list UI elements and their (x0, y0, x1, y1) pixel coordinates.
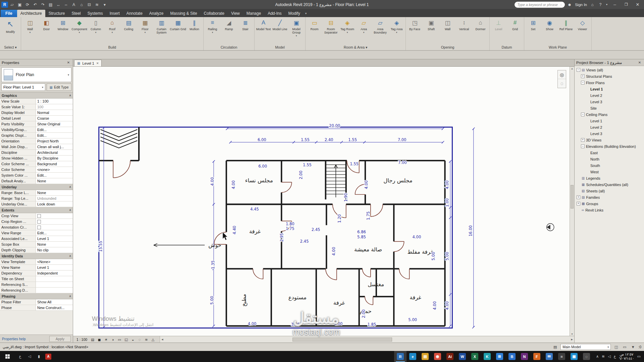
prop-value[interactable]: Independent (36, 270, 73, 276)
view-tab-level-1[interactable]: ▦ Level 1 ✕ (74, 60, 102, 66)
tab-massing-site[interactable]: Massing & Site (167, 10, 201, 17)
network-icon[interactable]: ≋ (602, 354, 605, 359)
search-icon[interactable]: ◌ (560, 3, 562, 7)
view-selector-arrow-icon[interactable]: ▾ (42, 86, 43, 89)
tab-structure[interactable]: Structure (45, 10, 68, 17)
aligned-dimension-icon[interactable]: ⇔ (62, 1, 70, 8)
prop-value[interactable]: Show All (36, 299, 73, 305)
prop-value[interactable]: Edit... (36, 173, 73, 178)
tab-view[interactable]: View (228, 10, 243, 17)
design-options-arrow-icon[interactable]: ▾ (607, 346, 609, 349)
worksets-icon[interactable]: ▤ (552, 345, 558, 349)
language-indicator-icon[interactable]: ع (614, 354, 616, 359)
expand-icon[interactable]: + (581, 138, 585, 142)
taskbar-app-edge[interactable]: e (407, 351, 419, 362)
tool-stair[interactable]: ≣Stair (237, 18, 254, 45)
checkbox[interactable] (37, 214, 41, 218)
tree-item-level-1[interactable]: Level 1 (575, 118, 644, 124)
collapse-icon[interactable]: − (577, 68, 580, 72)
tool-area[interactable]: ▱Area▾ (356, 18, 372, 45)
panel-label-work-plane[interactable]: Work Plane (524, 45, 591, 50)
tool-grid[interactable]: #Grid (507, 18, 523, 45)
checkbox[interactable] (37, 226, 41, 229)
panel-label-select[interactable]: Select ▾ (0, 45, 21, 50)
prop-value[interactable]: Unbounded (36, 196, 73, 201)
prop-value[interactable]: Level 1 (36, 265, 73, 270)
help-icon[interactable]: ? (597, 1, 604, 8)
taskbar-app-firefox[interactable]: F (531, 351, 543, 362)
prop-value[interactable] (36, 225, 73, 230)
tool-area-boundary[interactable]: ▱Area Boundary (372, 18, 388, 45)
tool-window[interactable]: ⊞Window (55, 18, 71, 45)
prop-value[interactable] (36, 288, 73, 293)
zoom-icon[interactable]: ◌ (558, 79, 566, 88)
tree-item-legends[interactable]: ▥Legends (575, 175, 644, 181)
prop-group-underlay[interactable]: Underlay∧ (0, 184, 73, 190)
prop-value[interactable]: Level 1 (36, 236, 73, 241)
tray-expand-icon[interactable]: ∧ (596, 354, 599, 359)
tab-manage[interactable]: Manage (243, 10, 264, 17)
tool-wall[interactable]: ◫Wall (439, 18, 456, 45)
tab-add-ins[interactable]: Add-Ins (264, 10, 285, 17)
prop-value[interactable]: Edit... (36, 133, 73, 138)
prop-value[interactable]: None (36, 242, 73, 247)
taskbar-app-calculator[interactable]: = (555, 351, 568, 362)
vertical-scrollbar[interactable]: ▲ ▼ (570, 67, 574, 336)
tab-annotate[interactable]: Annotate (123, 10, 146, 17)
close-button[interactable]: ✕ (633, 0, 643, 9)
scale-button[interactable]: 1 : 100 (75, 338, 89, 342)
prop-value[interactable]: New Construct... (36, 305, 73, 310)
taskbar-app-excel[interactable]: X (469, 351, 481, 362)
tree-item-views-all[interactable]: −▤Views (all) (575, 67, 644, 73)
tree-item-level-3[interactable]: Level 3 (575, 99, 644, 105)
sun-path-icon[interactable]: ☀ (103, 337, 109, 342)
crop-region-visibility-icon[interactable]: ◱ (123, 337, 129, 342)
taskbar-app-onenote[interactable]: N (518, 351, 531, 362)
tree-item-revit-links[interactable]: ∞Revit Links (575, 207, 644, 213)
properties-close-icon[interactable]: ✕ (66, 61, 71, 64)
prop-group-extents[interactable]: Extents∧ (0, 207, 73, 213)
tree-item-south[interactable]: South (575, 162, 644, 169)
panel-label-room-area[interactable]: Room & Area ▾ (306, 45, 406, 50)
prop-value[interactable] (36, 219, 73, 224)
worksharing-display-icon[interactable]: ≋ (143, 337, 149, 342)
speaker-small-icon[interactable]: ◁ (25, 351, 34, 362)
prop-value[interactable]: Project North (36, 138, 73, 144)
tool-ramp[interactable]: ◢Ramp (221, 18, 237, 45)
tool-room-separator[interactable]: ⊟Room Separator (323, 18, 339, 45)
design-options-select[interactable]: Main Model ▾ (560, 344, 611, 350)
tool-curtain-system[interactable]: ▥Curtain System (153, 18, 170, 45)
taskbar-app-store[interactable]: ⊞ (493, 351, 506, 362)
tree-item-elevations-building-elevation[interactable]: −Elevations (Building Elevation) (575, 143, 644, 149)
prop-value[interactable]: None (36, 178, 73, 184)
tool-component[interactable]: ◆Component▾ (71, 18, 88, 45)
expand-icon[interactable]: + (577, 202, 580, 205)
start-button[interactable] (0, 351, 15, 362)
tool-floor[interactable]: ▦Floor▾ (137, 18, 153, 45)
signin-button[interactable]: Sign In (574, 3, 588, 7)
prop-value[interactable] (36, 282, 73, 287)
prop-group-graphics[interactable]: Graphics∧ (0, 93, 73, 99)
autocad-badge-icon[interactable]: A (44, 351, 53, 362)
revit-logo-icon[interactable]: R (1, 2, 8, 8)
tool-shaft[interactable]: ▣Shaft (423, 18, 439, 45)
prop-value[interactable]: 100 (36, 104, 73, 110)
collapse-icon[interactable]: ∧ (69, 208, 71, 212)
tool-viewer[interactable]: ◇Viewer (574, 18, 591, 45)
analytical-model-icon[interactable]: △ (150, 337, 156, 342)
maximize-button[interactable]: ❐ (621, 0, 631, 9)
tab-systems[interactable]: Systems (84, 10, 106, 17)
prop-value[interactable]: Coarse (36, 116, 73, 121)
save-icon[interactable]: ▣ (16, 1, 23, 8)
expand-icon[interactable]: + (577, 195, 580, 199)
tree-item-structural-plans[interactable]: +Structural Plans (575, 73, 644, 79)
taskbar-app-photos[interactable]: ▣ (568, 351, 580, 362)
tool-door[interactable]: ◧Door (38, 18, 55, 45)
text-icon[interactable]: A (70, 1, 77, 8)
collapse-icon[interactable]: − (581, 81, 585, 84)
taskbar-app-word[interactable]: W (456, 351, 469, 362)
tool-by-face[interactable]: ◳By Face (407, 18, 423, 45)
prop-group-identity-data[interactable]: Identity Data∧ (0, 253, 73, 259)
project-browser-close-icon[interactable]: ✕ (637, 61, 642, 64)
tool-tag-area[interactable]: ◈Tag Area▾ (388, 18, 405, 45)
